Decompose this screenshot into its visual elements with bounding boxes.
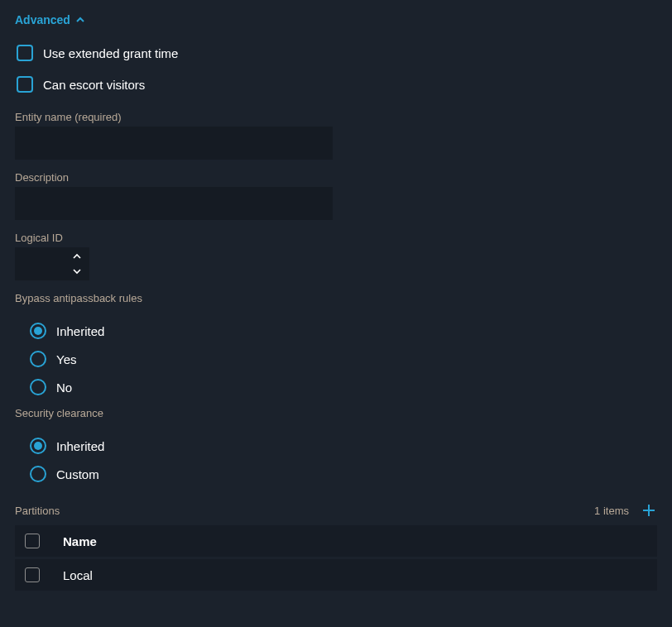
radio-label-clearance-custom: Custom [56, 467, 99, 481]
label-partitions: Partitions [15, 505, 60, 517]
plus-icon [641, 502, 657, 519]
input-entity-name[interactable] [15, 127, 333, 160]
cell-name-local: Local [63, 568, 93, 582]
chevron-up-icon [73, 253, 81, 260]
input-description[interactable] [15, 187, 333, 220]
radio-label-bypass-inherited: Inherited [56, 324, 104, 338]
row-extended-grant: Use extended grant time [15, 45, 657, 61]
field-entity-name: Entity name (required) [15, 111, 657, 160]
group-security-clearance: Security clearance Inherited Custom [15, 407, 657, 482]
radio-row-bypass-inherited: Inherited [30, 323, 657, 339]
checkbox-extended-grant[interactable] [17, 45, 33, 61]
radio-bypass-no[interactable] [30, 379, 46, 395]
table-row[interactable]: Local [15, 559, 657, 591]
chevron-up-icon [75, 15, 85, 25]
radio-clearance-inherited[interactable] [30, 438, 46, 454]
radio-row-bypass-no: No [30, 379, 657, 395]
table-header-row: Name [15, 525, 657, 557]
radio-clearance-custom[interactable] [30, 466, 46, 482]
radio-row-clearance-inherited: Inherited [30, 438, 657, 454]
chevron-down-icon [73, 268, 81, 275]
label-escort-visitors: Can escort visitors [43, 78, 145, 92]
row-escort-visitors: Can escort visitors [15, 76, 657, 93]
radio-label-clearance-inherited: Inherited [56, 439, 104, 453]
radio-bypass-yes[interactable] [30, 351, 46, 367]
stepper-buttons [65, 247, 89, 280]
radio-bypass-inherited[interactable] [30, 323, 46, 339]
label-entity-name: Entity name (required) [15, 111, 657, 123]
field-description: Description [15, 171, 657, 220]
label-description: Description [15, 171, 657, 184]
radio-row-clearance-custom: Custom [30, 466, 657, 482]
partitions-count: 1 items [594, 505, 629, 517]
label-security-clearance: Security clearance [15, 407, 657, 419]
radio-label-bypass-yes: Yes [56, 352, 76, 366]
input-logical-id[interactable] [15, 247, 65, 280]
checkbox-select-all[interactable] [25, 534, 40, 548]
radio-row-bypass-yes: Yes [30, 351, 657, 367]
checkbox-row-local[interactable] [25, 567, 40, 582]
checkbox-escort-visitors[interactable] [17, 76, 33, 93]
radio-label-bypass-no: No [56, 381, 72, 395]
label-bypass-antipassback: Bypass antipassback rules [15, 292, 657, 304]
stepper-down-button[interactable] [65, 266, 89, 277]
field-logical-id: Logical ID [15, 232, 657, 280]
add-partition-button[interactable] [641, 502, 657, 519]
partitions-header: Partitions 1 items [15, 502, 657, 519]
stepper-up-button[interactable] [65, 251, 89, 262]
section-title: Advanced [15, 13, 70, 26]
label-logical-id: Logical ID [15, 232, 657, 244]
group-bypass-antipassback: Bypass antipassback rules Inherited Yes … [15, 292, 657, 395]
label-extended-grant: Use extended grant time [43, 46, 178, 60]
column-header-name: Name [63, 534, 97, 548]
partitions-table: Name Local [15, 525, 657, 591]
advanced-section-toggle[interactable]: Advanced [15, 13, 85, 26]
